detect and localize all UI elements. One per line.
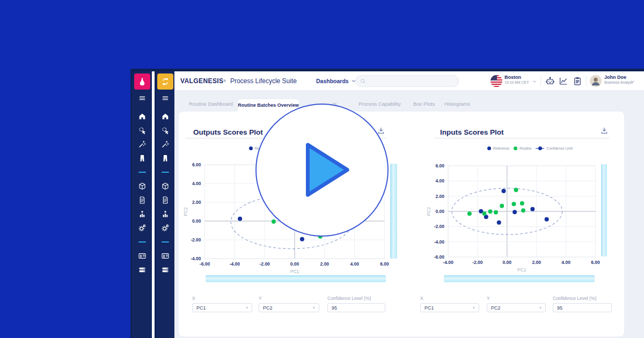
confidence-level-input[interactable]: 95 — [327, 303, 385, 312]
svg-text:PC2: PC2 — [426, 207, 431, 216]
sidebar-item-server[interactable] — [138, 266, 147, 274]
field-value: PC1 — [196, 305, 206, 311]
sidebar-item-pants[interactable] — [161, 154, 170, 163]
location-city: Boston — [504, 75, 529, 80]
search-bar[interactable] — [355, 75, 459, 87]
brand-logo: VALGENESIS® Process Lifecycle Suite — [180, 71, 297, 91]
location-chevron-icon[interactable] — [532, 79, 537, 84]
sidebar-item-id-card[interactable] — [161, 252, 170, 260]
search-icon — [360, 78, 367, 85]
podium-star-icon — [138, 210, 147, 218]
location-block[interactable]: Boston 10:10 AM CET — [504, 75, 529, 85]
sidebar-item-document[interactable] — [138, 196, 147, 204]
sidebar-item-podium-star[interactable] — [138, 210, 147, 218]
user-role: Business Analyst — [604, 80, 633, 85]
brand-name: VALGENESIS — [180, 77, 223, 85]
confidence-level-input[interactable]: 95 — [553, 303, 612, 312]
sidebar-item-magic-wand[interactable] — [138, 140, 147, 149]
svg-text:PC2: PC2 — [183, 207, 188, 216]
search-input[interactable] — [369, 78, 450, 84]
svg-text:PC1: PC1 — [290, 269, 299, 274]
svg-text:6.00: 6.00 — [435, 163, 444, 168]
select-caret-icon: ▾ — [473, 305, 475, 310]
left-chart-title: Outputs Scores Plot — [193, 128, 263, 136]
x-select[interactable]: PC1▾ — [420, 303, 479, 312]
document-icon — [138, 196, 147, 204]
y-field: YPC2▾ — [259, 296, 319, 312]
us-flag-icon — [491, 75, 502, 87]
pants-icon — [161, 154, 170, 163]
sidebar-item-pants[interactable] — [138, 154, 147, 163]
svg-text:6.00: 6.00 — [591, 260, 600, 265]
svg-text:4.00: 4.00 — [192, 181, 201, 186]
x-select[interactable]: PC1▾ — [192, 303, 252, 312]
server-icon — [138, 266, 147, 274]
header-separator — [586, 76, 587, 86]
y-range-slider[interactable] — [601, 164, 607, 256]
svg-text:0.00: 0.00 — [503, 260, 512, 265]
sidebar-item-home[interactable] — [161, 112, 170, 121]
header-separator — [540, 76, 541, 86]
x-range-slider[interactable] — [444, 275, 595, 282]
y-select[interactable]: PC2▾ — [487, 303, 546, 312]
app-header: VALGENESIS® Process Lifecycle Suite Dash… — [174, 71, 644, 91]
location-time: 10:10 AM CET — [504, 80, 529, 85]
clipboard-icon[interactable] — [573, 76, 582, 86]
sidebar-item-cursor-click[interactable] — [138, 126, 147, 135]
sidebar-item-home[interactable] — [138, 112, 147, 121]
confidence-level-field: Confidence Level (%)95 — [553, 296, 612, 312]
menu-icon — [161, 94, 170, 102]
user-avatar[interactable] — [590, 75, 602, 87]
sidebar-item-podium-star[interactable] — [161, 210, 170, 218]
svg-text:2.00: 2.00 — [435, 194, 444, 199]
tab-box-plots[interactable]: Box Plots — [413, 101, 435, 107]
sidebar-item-cursor-click[interactable] — [161, 126, 170, 135]
lab-module-logo[interactable] — [134, 74, 150, 90]
x-field: XPC1▾ — [192, 296, 252, 312]
sidebar-item-magic-wand[interactable] — [161, 140, 170, 149]
video-play-overlay[interactable] — [255, 104, 389, 237]
svg-text:-4.00: -4.00 — [230, 261, 240, 267]
trend-chart-icon[interactable] — [559, 76, 568, 86]
svg-text:6.00: 6.00 — [380, 261, 389, 267]
y-range-slider[interactable] — [390, 164, 397, 259]
x-label: X — [192, 296, 252, 301]
user-block[interactable]: John Doe Business Analyst — [604, 75, 633, 85]
sidebar-item-gear-wrench[interactable] — [138, 224, 147, 232]
download-icon[interactable] — [600, 127, 609, 135]
svg-text:-2.00: -2.00 — [191, 237, 201, 243]
chatbot-icon[interactable] — [545, 76, 555, 86]
sidebar-item-server[interactable] — [161, 266, 170, 274]
user-chevron-icon[interactable] — [630, 79, 635, 84]
sidebar-item-id-card[interactable] — [138, 252, 147, 260]
svg-text:-4.00: -4.00 — [434, 239, 445, 245]
x-range-slider[interactable] — [206, 275, 386, 282]
sidebar-item-gear-wrench[interactable] — [161, 224, 170, 232]
gear-wrench-icon — [138, 224, 147, 232]
tab-routine-dashboard[interactable]: Routine Dashboard — [189, 101, 233, 107]
dashboards-menu[interactable]: Dashboards — [316, 71, 356, 91]
svg-text:-2.00: -2.00 — [434, 224, 445, 229]
pants-icon — [138, 154, 147, 163]
svg-text:0.00: 0.00 — [192, 218, 201, 224]
tab-histograms[interactable]: Histograms — [444, 101, 470, 107]
podium-star-icon — [161, 210, 170, 218]
svg-text:-2.00: -2.00 — [259, 261, 270, 267]
field-value: 95 — [557, 305, 562, 311]
inputs-scores-plot: -4.00-2.000.002.004.006.00-6.00-4.00-2.0… — [416, 144, 644, 278]
user-name: John Doe — [604, 75, 633, 80]
product-name: Process Lifecycle Suite — [230, 77, 297, 85]
dashboards-menu-label: Dashboards — [316, 78, 349, 84]
y-label: Y — [259, 296, 319, 301]
cursor-click-icon — [161, 126, 170, 135]
y-select[interactable]: PC2▾ — [259, 303, 319, 312]
flask-icon — [137, 77, 147, 86]
sidebar-item-menu[interactable] — [138, 94, 147, 102]
sidebar-item-package[interactable] — [138, 182, 147, 190]
sidebar-item-package[interactable] — [161, 182, 170, 190]
confidence-level-label: Confidence Level (%) — [553, 296, 612, 301]
sync-module-logo[interactable] — [157, 74, 173, 90]
sidebar-item-document[interactable] — [161, 196, 170, 204]
sidebar-item-menu[interactable] — [161, 94, 170, 102]
package-icon — [161, 182, 170, 190]
